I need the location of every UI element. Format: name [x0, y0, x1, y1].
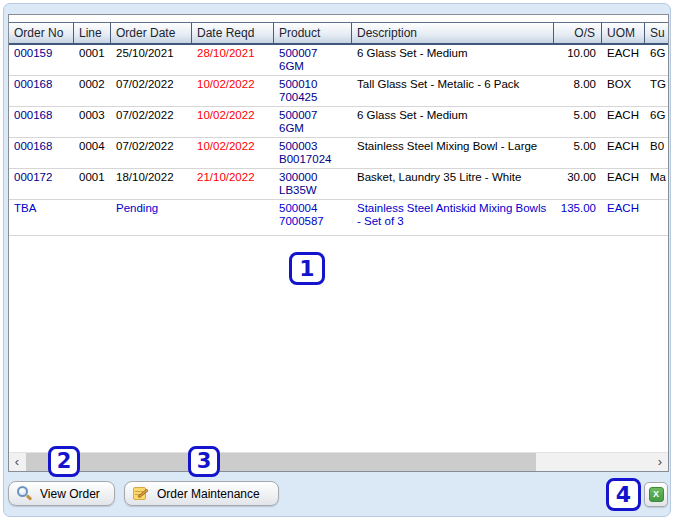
cell-supplier: [645, 200, 668, 235]
cell-os-qty: 8.00: [554, 76, 602, 106]
order-row-3[interactable]: 000168 0003 07/02/2022 10/02/2022 500007…: [9, 107, 668, 138]
cell-product: 300000LB35W: [274, 169, 352, 199]
product-code-2: 6GM: [279, 122, 348, 135]
order-row-2[interactable]: 000168 0002 07/02/2022 10/02/2022 500010…: [9, 76, 668, 107]
cell-os-qty: 135.00: [554, 200, 602, 235]
cell-date-reqd: 10/02/2022: [192, 76, 274, 106]
cell-supplier: Ma: [645, 169, 668, 199]
view-order-button[interactable]: View Order: [8, 481, 115, 506]
cell-product: 5000076GM: [274, 45, 352, 75]
horizontal-scrollbar[interactable]: ‹ ›: [9, 452, 668, 471]
cell-order-date: Pending: [111, 200, 192, 235]
note-pencil-icon: [133, 486, 149, 501]
callout-2: 2: [48, 446, 80, 477]
product-code-2: 700425: [279, 91, 348, 104]
cell-supplier: 6G: [645, 107, 668, 137]
product-code-2: LB35W: [279, 184, 348, 197]
order-row-6-pending[interactable]: TBA Pending 5000047000587 Stainless Stee…: [9, 200, 668, 236]
product-code: 500007: [279, 47, 348, 60]
product-code: 500004: [279, 202, 348, 215]
cell-os-qty: 10.00: [554, 45, 602, 75]
cell-order-no: 000159: [9, 45, 74, 75]
order-enquiry-window: Order No Line Order Date Date Reqd Produ…: [0, 0, 678, 523]
callout-3: 3: [188, 446, 220, 477]
cell-product: 500010700425: [274, 76, 352, 106]
order-maintenance-button[interactable]: Order Maintenance: [124, 481, 279, 506]
column-header-supplier[interactable]: Su: [645, 23, 668, 43]
cell-order-no: 000172: [9, 169, 74, 199]
product-code-2: 7000587: [279, 215, 348, 228]
cell-supplier: B0: [645, 138, 668, 168]
cell-uom: EACH: [602, 169, 645, 199]
cell-product: 5000076GM: [274, 107, 352, 137]
cell-description: Tall Glass Set - Metalic - 6 Pack: [352, 76, 554, 106]
column-header-order-date[interactable]: Order Date: [111, 23, 192, 43]
cell-uom: EACH: [602, 107, 645, 137]
scroll-right-icon[interactable]: ›: [652, 453, 668, 472]
cell-supplier: TG: [645, 76, 668, 106]
cell-line: 0001: [74, 45, 111, 75]
cell-line: 0001: [74, 169, 111, 199]
product-code: 500010: [279, 78, 348, 91]
cell-description: 6 Glass Set - Medium: [352, 107, 554, 137]
cell-order-date: 07/02/2022: [111, 76, 192, 106]
cell-product: 5000047000587: [274, 200, 352, 235]
grid-body: 000159 0001 25/10/2021 28/10/2021 500007…: [9, 45, 668, 236]
cell-os-qty: 5.00: [554, 138, 602, 168]
column-header-uom[interactable]: UOM: [602, 23, 645, 43]
cell-order-no: 000168: [9, 107, 74, 137]
column-header-os[interactable]: O/S: [554, 23, 602, 43]
cell-os-qty: 5.00: [554, 107, 602, 137]
cell-order-date: 07/02/2022: [111, 107, 192, 137]
cell-uom: BOX: [602, 76, 645, 106]
cell-description: 6 Glass Set - Medium: [352, 45, 554, 75]
cell-description: Stainless Steel Mixing Bowl - Large: [352, 138, 554, 168]
order-row-5[interactable]: 000172 0001 18/10/2022 21/10/2022 300000…: [9, 169, 668, 200]
cell-date-reqd: 10/02/2022: [192, 107, 274, 137]
scrollbar-thumb[interactable]: [26, 453, 536, 472]
product-code-2: B0017024: [279, 153, 348, 166]
cell-date-reqd: 28/10/2021: [192, 45, 274, 75]
cell-line: 0003: [74, 107, 111, 137]
grid-header-row: Order No Line Order Date Date Reqd Produ…: [9, 22, 668, 45]
order-row-4[interactable]: 000168 0004 07/02/2022 10/02/2022 500003…: [9, 138, 668, 169]
cell-date-reqd: [192, 200, 274, 235]
column-header-order-no[interactable]: Order No: [9, 23, 74, 43]
cell-uom: EACH: [602, 200, 645, 235]
scroll-left-icon[interactable]: ‹: [9, 453, 25, 472]
cell-product: 500003B0017024: [274, 138, 352, 168]
cell-order-date: 07/02/2022: [111, 138, 192, 168]
cell-date-reqd: 21/10/2022: [192, 169, 274, 199]
cell-uom: EACH: [602, 138, 645, 168]
cell-uom: EACH: [602, 45, 645, 75]
magnifier-icon: [17, 486, 32, 501]
cell-order-date: 25/10/2021: [111, 45, 192, 75]
cell-order-no: TBA: [9, 200, 74, 235]
orders-grid: Order No Line Order Date Date Reqd Produ…: [8, 14, 669, 472]
excel-icon: X: [649, 487, 664, 502]
column-header-product[interactable]: Product: [274, 23, 352, 43]
cell-description: Stainless Steel Antiskid Mixing Bowls - …: [352, 200, 554, 235]
column-header-description[interactable]: Description: [352, 23, 554, 43]
cell-order-no: 000168: [9, 76, 74, 106]
product-code: 500007: [279, 109, 348, 122]
cell-line: [74, 200, 111, 235]
cell-order-no: 000168: [9, 138, 74, 168]
product-code: 300000: [279, 171, 348, 184]
cell-order-date: 18/10/2022: [111, 169, 192, 199]
product-code-2: 6GM: [279, 60, 348, 73]
export-to-excel-button[interactable]: X: [644, 482, 668, 507]
cell-line: 0002: [74, 76, 111, 106]
cell-description: Basket, Laundry 35 Litre - White: [352, 169, 554, 199]
callout-1: 1: [289, 252, 325, 285]
order-row-1[interactable]: 000159 0001 25/10/2021 28/10/2021 500007…: [9, 45, 668, 76]
cell-line: 0004: [74, 138, 111, 168]
column-header-date-reqd[interactable]: Date Reqd: [192, 23, 274, 43]
order-maintenance-label: Order Maintenance: [157, 487, 260, 501]
product-code: 500003: [279, 140, 348, 153]
callout-4: 4: [606, 478, 641, 511]
cell-supplier: 6G: [645, 45, 668, 75]
column-header-line[interactable]: Line: [74, 23, 111, 43]
cell-date-reqd: 10/02/2022: [192, 138, 274, 168]
cell-os-qty: 30.00: [554, 169, 602, 199]
